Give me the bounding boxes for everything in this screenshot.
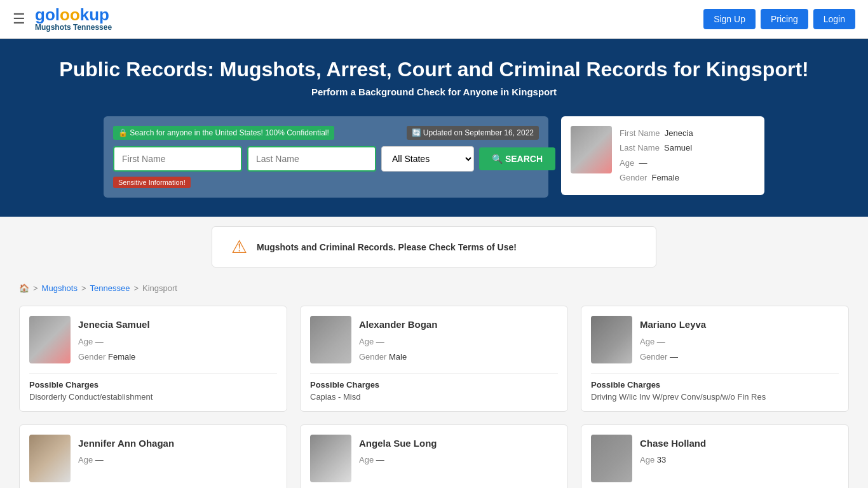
person-details: Angela Sue Long Age —: [359, 435, 437, 482]
search-lastname-input[interactable]: [247, 146, 376, 172]
search-top-bar: 🔒 Search for anyone in the United States…: [113, 126, 539, 140]
confidential-label: 🔒 Search for anyone in the United States…: [113, 126, 334, 140]
breadcrumb-sep3: >: [133, 283, 139, 293]
person-age: Age —: [359, 334, 437, 350]
age-label: Age: [620, 158, 634, 168]
age-field-value: —: [657, 337, 665, 346]
age-field-label: Age: [640, 455, 654, 464]
person-card-top: Jenecia Samuel Age — Gender Female: [29, 316, 277, 365]
search-box: 🔒 Search for anyone in the United States…: [104, 116, 548, 198]
person-name: Jennifer Ann Ohagan: [78, 435, 174, 453]
person-card[interactable]: Chase Holland Age 33: [581, 424, 849, 488]
person-card-top: Jennifer Ann Ohagan Age —: [29, 435, 277, 482]
search-button[interactable]: 🔍 SEARCH: [479, 147, 555, 170]
sensitive-label: Sensitive Information!: [113, 177, 191, 188]
signup-button[interactable]: Sign Up: [703, 9, 756, 29]
state-select[interactable]: All StatesAlabamaAlaskaArizonaArkansasCa…: [381, 146, 474, 172]
person-card[interactable]: Jennifer Ann Ohagan Age —: [19, 424, 287, 488]
person-card[interactable]: Mariano Leyva Age — Gender — Possible Ch…: [581, 306, 849, 412]
header: ☰ golookup Mugshots Tennessee Sign Up Pr…: [0, 0, 868, 39]
firstname-label: First Name: [620, 128, 660, 138]
profile-gender: Gender Female: [620, 170, 693, 185]
warning-icon: ⚠: [231, 236, 247, 257]
breadcrumb-tennessee[interactable]: Tennessee: [90, 283, 130, 293]
gender-value: Female: [652, 173, 679, 182]
gender-label: Gender: [620, 173, 647, 182]
person-gender: Gender —: [640, 349, 706, 365]
logo-subtitle: Mugshots Tennessee: [35, 23, 112, 32]
age-field-label: Age: [359, 337, 374, 346]
pricing-button[interactable]: Pricing: [761, 9, 808, 29]
age-field-label: Age: [78, 337, 93, 346]
person-gender: Gender Female: [78, 349, 150, 365]
charges-label: Possible Charges: [29, 373, 277, 390]
person-details: Jenecia Samuel Age — Gender Female: [78, 316, 150, 365]
search-firstname-input[interactable]: [113, 146, 242, 172]
age-field-label: Age: [640, 337, 654, 346]
warning-inner: ⚠ Mugshots and Criminal Records. Please …: [212, 226, 656, 268]
age-field-label: Age: [359, 455, 374, 464]
hero-title: Public Records: Mugshots, Arrest, Court …: [13, 58, 855, 81]
person-age: Age —: [78, 452, 174, 468]
age-field-value: 33: [657, 455, 666, 464]
menu-icon[interactable]: ☰: [13, 11, 25, 27]
lastname-value: Samuel: [664, 143, 692, 152]
person-name: Angela Sue Long: [359, 435, 437, 453]
cards-grid: Jenecia Samuel Age — Gender Female Possi…: [19, 306, 849, 488]
hero-subtitle: Perform a Background Check for Anyone in…: [13, 86, 855, 97]
person-gender: Gender Male: [359, 349, 437, 365]
person-card[interactable]: Alexander Bogan Age — Gender Male Possib…: [300, 306, 568, 412]
charges-value: Disorderly Conduct/establishment: [29, 392, 277, 402]
search-section: 🔒 Search for anyone in the United States…: [0, 116, 868, 217]
person-card[interactable]: Angela Sue Long Age —: [300, 424, 568, 488]
profile-card: First Name Jenecia Last Name Samuel Age …: [561, 116, 764, 195]
breadcrumb-sep2: >: [81, 283, 86, 293]
breadcrumb: 🏠 > Mugshots > Tennessee > Kingsport: [19, 283, 849, 293]
person-card-top: Chase Holland Age 33: [591, 435, 839, 482]
gender-field-label: Gender: [359, 352, 386, 362]
person-photo: [29, 316, 71, 363]
logo-text: golookup: [35, 6, 112, 23]
age-value: —: [639, 158, 647, 168]
gender-field-label: Gender: [78, 352, 105, 362]
person-photo: [310, 435, 351, 482]
charges-value: Capias - Misd: [310, 392, 558, 402]
breadcrumb-current: Kingsport: [142, 283, 177, 293]
person-age: Age —: [359, 452, 437, 468]
logo: golookup Mugshots Tennessee: [35, 6, 112, 32]
gender-field-value: —: [670, 352, 678, 362]
person-card-top: Angela Sue Long Age —: [310, 435, 558, 482]
age-field-value: —: [376, 455, 384, 464]
person-card-top: Alexander Bogan Age — Gender Male: [310, 316, 558, 365]
header-left: ☰ golookup Mugshots Tennessee: [13, 6, 112, 32]
person-age: Age 33: [640, 452, 706, 468]
charges-label: Possible Charges: [310, 373, 558, 390]
person-card-top: Mariano Leyva Age — Gender —: [591, 316, 839, 365]
gender-field-label: Gender: [640, 352, 667, 362]
person-card[interactable]: Jenecia Samuel Age — Gender Female Possi…: [19, 306, 287, 412]
header-right: Sign Up Pricing Login: [703, 9, 855, 29]
person-details: Jennifer Ann Ohagan Age —: [78, 435, 174, 482]
person-photo: [310, 316, 351, 363]
breadcrumb-home[interactable]: 🏠: [19, 283, 29, 293]
person-age: Age —: [78, 334, 150, 350]
breadcrumb-mugshots[interactable]: Mugshots: [42, 283, 78, 293]
person-name: Chase Holland: [640, 435, 706, 453]
person-name: Mariano Leyva: [640, 316, 706, 334]
person-name: Alexander Bogan: [359, 316, 437, 334]
charges-label: Possible Charges: [591, 373, 839, 390]
charges-value: Driving W/lic Inv W/prev Conv/susp/w/o F…: [591, 392, 839, 402]
warning-bar: ⚠ Mugshots and Criminal Records. Please …: [0, 217, 868, 277]
age-field-value: —: [95, 337, 104, 346]
person-photo: [29, 435, 71, 482]
breadcrumb-section: 🏠 > Mugshots > Tennessee > Kingsport: [0, 277, 868, 299]
breadcrumb-sep1: >: [33, 283, 38, 293]
person-age: Age —: [640, 334, 706, 350]
person-details: Chase Holland Age 33: [640, 435, 706, 482]
person-details: Mariano Leyva Age — Gender —: [640, 316, 706, 365]
login-button[interactable]: Login: [813, 9, 855, 29]
profile-info: First Name Jenecia Last Name Samuel Age …: [620, 126, 693, 186]
updated-label: 🔄 Updated on September 16, 2022: [407, 126, 539, 140]
cards-section: Jenecia Samuel Age — Gender Female Possi…: [0, 299, 868, 488]
gender-field-value: Male: [389, 352, 407, 362]
